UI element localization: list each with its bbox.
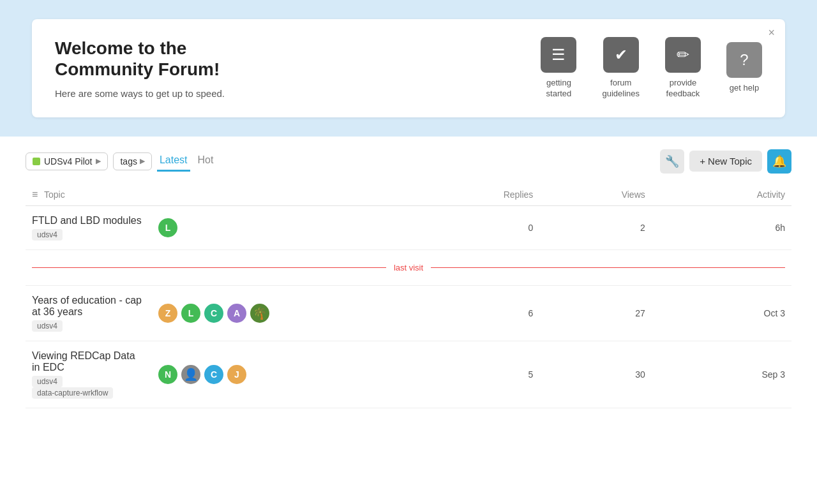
views-cell: 30 bbox=[539, 341, 651, 408]
replies-cell: 0 bbox=[428, 205, 539, 249]
tags-chevron-icon: ▶ bbox=[140, 157, 145, 165]
last-visit-label: last visit bbox=[386, 263, 431, 272]
category-dot bbox=[33, 158, 40, 165]
topic-title[interactable]: Years of education - cap at 36 years bbox=[32, 295, 144, 318]
table-row: FTLD and LBD modules udsv4 L 0 2 6h bbox=[26, 205, 791, 249]
col-replies: Replies bbox=[428, 184, 539, 206]
avatars: Z L C A 🌴 bbox=[157, 302, 421, 324]
bell-icon: 🔔 bbox=[772, 154, 786, 168]
avatars: N 👤 C J bbox=[157, 364, 421, 385]
get-help-label: get help bbox=[730, 83, 759, 94]
forum-guidelines-icon: ✔ bbox=[603, 37, 639, 73]
topic-cell: Viewing REDCap Data in EDC udsv4 data-ca… bbox=[26, 341, 151, 408]
avatar[interactable]: A bbox=[226, 302, 248, 324]
welcome-icons: ☰ gettingstarted ✔ forumguidelines ✏ pro… bbox=[541, 37, 762, 100]
col-topic: Topic bbox=[44, 189, 65, 200]
avatar[interactable]: C bbox=[203, 364, 225, 385]
topic-title[interactable]: FTLD and LBD modules bbox=[32, 215, 144, 226]
avatar[interactable]: J bbox=[226, 364, 248, 385]
topic-cell: Years of education - cap at 36 years uds… bbox=[26, 285, 151, 341]
toolbar-left: UDSv4 Pilot ▶ tags ▶ Latest Hot bbox=[26, 151, 216, 172]
topic-tags: udsv4 bbox=[32, 229, 144, 241]
category-filter[interactable]: UDSv4 Pilot ▶ bbox=[26, 152, 108, 170]
avatar[interactable]: C bbox=[203, 302, 225, 324]
welcome-subtitle: Here are some ways to get up to speed. bbox=[55, 88, 225, 99]
replies-cell: 6 bbox=[428, 285, 539, 341]
provide-feedback-icon: ✏ bbox=[665, 37, 701, 73]
get-help-link[interactable]: ? get help bbox=[726, 42, 762, 94]
welcome-card: × Welcome to the Community Forum! Here a… bbox=[32, 19, 785, 117]
bell-button[interactable]: 🔔 bbox=[767, 149, 791, 174]
getting-started-icon: ☰ bbox=[541, 37, 576, 73]
col-activity: Activity bbox=[652, 184, 791, 206]
views-cell: 2 bbox=[539, 205, 651, 249]
table-row: Viewing REDCap Data in EDC udsv4 data-ca… bbox=[26, 341, 791, 408]
toolbar: UDSv4 Pilot ▶ tags ▶ Latest Hot 🔧 + New … bbox=[26, 149, 791, 174]
tag-badge[interactable]: udsv4 bbox=[32, 376, 63, 387]
avatar[interactable]: Z bbox=[157, 302, 179, 324]
provide-feedback-label: providefeedback bbox=[666, 78, 700, 100]
sort-icon[interactable]: ≡ bbox=[32, 189, 38, 200]
tag-badge[interactable]: udsv4 bbox=[32, 229, 63, 241]
close-button[interactable]: × bbox=[768, 27, 775, 38]
welcome-text: Welcome to the Community Forum! Here are… bbox=[55, 38, 225, 99]
forum-guidelines-label: forumguidelines bbox=[602, 78, 640, 100]
avatars-cell: Z L C A 🌴 bbox=[151, 285, 428, 341]
activity-cell: Sep 3 bbox=[652, 341, 791, 408]
wrench-icon: 🔧 bbox=[665, 154, 679, 168]
hero-banner: × Welcome to the Community Forum! Here a… bbox=[0, 0, 817, 137]
forum-guidelines-link[interactable]: ✔ forumguidelines bbox=[602, 37, 640, 100]
avatar[interactable]: 🌴 bbox=[249, 302, 271, 324]
get-help-icon: ? bbox=[726, 42, 762, 78]
category-chevron-icon: ▶ bbox=[96, 157, 101, 165]
category-label: UDSv4 Pilot bbox=[44, 156, 92, 167]
activity-cell: 6h bbox=[652, 205, 791, 249]
topic-cell: FTLD and LBD modules udsv4 bbox=[26, 205, 151, 249]
col-views: Views bbox=[539, 184, 651, 206]
main-content: UDSv4 Pilot ▶ tags ▶ Latest Hot 🔧 + New … bbox=[0, 137, 817, 421]
getting-started-label: gettingstarted bbox=[546, 78, 572, 100]
tab-latest[interactable]: Latest bbox=[157, 151, 190, 172]
tags-label: tags bbox=[120, 156, 137, 167]
provide-feedback-link[interactable]: ✏ providefeedback bbox=[665, 37, 701, 100]
replies-cell: 5 bbox=[428, 341, 539, 408]
views-cell: 27 bbox=[539, 285, 651, 341]
activity-cell: Oct 3 bbox=[652, 285, 791, 341]
tag-badge[interactable]: udsv4 bbox=[32, 320, 63, 332]
topic-tags: udsv4 bbox=[32, 320, 144, 332]
toolbar-right: 🔧 + New Topic 🔔 bbox=[660, 149, 791, 174]
avatar[interactable]: L bbox=[157, 217, 179, 239]
table-row: Years of education - cap at 36 years uds… bbox=[26, 285, 791, 341]
topic-title[interactable]: Viewing REDCap Data in EDC bbox=[32, 350, 144, 373]
avatars-cell: L bbox=[151, 205, 428, 249]
tab-hot[interactable]: Hot bbox=[195, 151, 216, 172]
last-visit-divider: last visit bbox=[26, 249, 791, 285]
new-topic-button[interactable]: + New Topic bbox=[689, 151, 762, 172]
tags-filter[interactable]: tags ▶ bbox=[113, 152, 151, 170]
welcome-title: Welcome to the Community Forum! bbox=[55, 38, 225, 80]
avatars-cell: N 👤 C J bbox=[151, 341, 428, 408]
topic-table: ≡ Topic Replies Views Activity FTLD and … bbox=[26, 184, 791, 408]
getting-started-link[interactable]: ☰ gettingstarted bbox=[541, 37, 576, 100]
avatars: L bbox=[157, 217, 421, 239]
avatar[interactable]: 👤 bbox=[180, 364, 202, 385]
tag-badge[interactable]: data-capture-wrkflow bbox=[32, 387, 113, 399]
topic-tags: udsv4 data-capture-wrkflow bbox=[32, 376, 144, 399]
wrench-button[interactable]: 🔧 bbox=[660, 149, 684, 174]
avatar[interactable]: N bbox=[157, 364, 179, 385]
avatar[interactable]: L bbox=[180, 302, 202, 324]
